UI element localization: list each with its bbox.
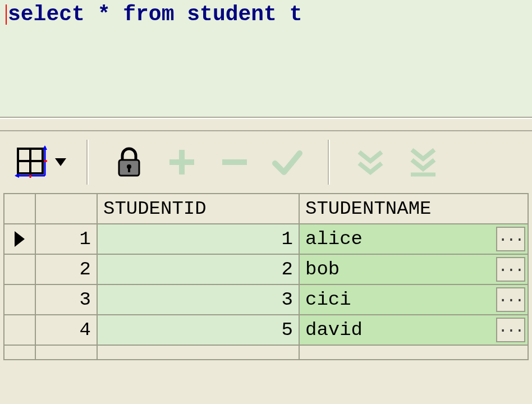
grid-icon [13,144,49,180]
cell-ellipsis-button[interactable]: ... [496,318,525,342]
double-chevron-down-bar-icon [405,144,441,180]
table-row[interactable]: 3 3 cici ... [4,284,528,315]
sql-keyword: select [8,2,85,26]
check-icon [269,144,305,180]
toolbar-separator [86,140,89,185]
column-header-rownum[interactable] [35,194,97,224]
row-pointer-icon [15,231,25,247]
lock-icon [111,144,147,180]
sql-keyword: from [123,2,174,26]
cell-ellipsis-button[interactable]: ... [496,257,525,282]
row-marker [4,254,35,284]
svg-rect-14 [222,159,247,165]
double-chevron-down-icon [352,144,388,180]
table-row[interactable]: 2 2 bob ... [4,254,528,284]
current-row-marker [4,224,35,254]
cell-studentid[interactable]: 1 [97,224,299,254]
results-toolbar [0,131,532,193]
cell-value: bob [305,259,340,280]
commit-button [267,142,308,182]
cell-studentid[interactable]: 2 [97,254,299,284]
column-header-studentid[interactable]: STUDENTID [97,194,299,224]
row-marker [4,284,35,315]
table-row-empty [4,345,528,360]
plus-icon [164,144,200,180]
row-number: 2 [35,254,97,284]
table-row[interactable]: 4 5 david ... [4,315,528,345]
dropdown-caret-icon[interactable] [55,158,66,166]
cell-value: cici [305,289,351,310]
cell-studentname[interactable]: bob ... [299,254,528,284]
sql-text: student t [174,2,302,26]
cell-ellipsis-button[interactable]: ... [496,287,525,312]
fetch-all-button [403,142,443,182]
minus-icon [217,144,253,180]
cell-studentid[interactable]: 3 [97,284,299,315]
column-header-studentname[interactable]: STUDENTNAME [299,194,528,224]
fetch-button [350,142,391,182]
row-number: 4 [35,315,97,345]
sql-editor[interactable]: select * from student t [0,0,532,118]
lock-button[interactable] [109,142,149,182]
sql-text: * [85,2,123,26]
cell-studentname[interactable]: david ... [299,315,528,345]
column-header-marker[interactable] [4,194,35,224]
cell-value: alice [305,228,363,250]
splitter[interactable] [0,118,532,131]
table-row[interactable]: 1 1 alice ... [4,224,528,254]
cell-studentname[interactable]: alice ... [299,224,528,254]
text-caret [6,4,7,25]
svg-rect-13 [169,159,194,165]
add-row-button [162,142,202,182]
cell-ellipsis-button[interactable]: ... [496,227,525,251]
cell-value: david [305,319,363,341]
row-marker [4,315,35,345]
cell-studentid[interactable]: 5 [97,315,299,345]
grid-view-button[interactable] [11,142,52,182]
row-number: 1 [35,224,97,254]
remove-row-button [214,142,255,182]
toolbar-separator [328,140,330,185]
cell-studentname[interactable]: cici ... [299,284,528,315]
results-grid: STUDENTID STUDENTNAME 1 1 alice ... 2 2 … [0,193,532,364]
row-number: 3 [35,284,97,315]
svg-rect-11 [128,167,130,172]
